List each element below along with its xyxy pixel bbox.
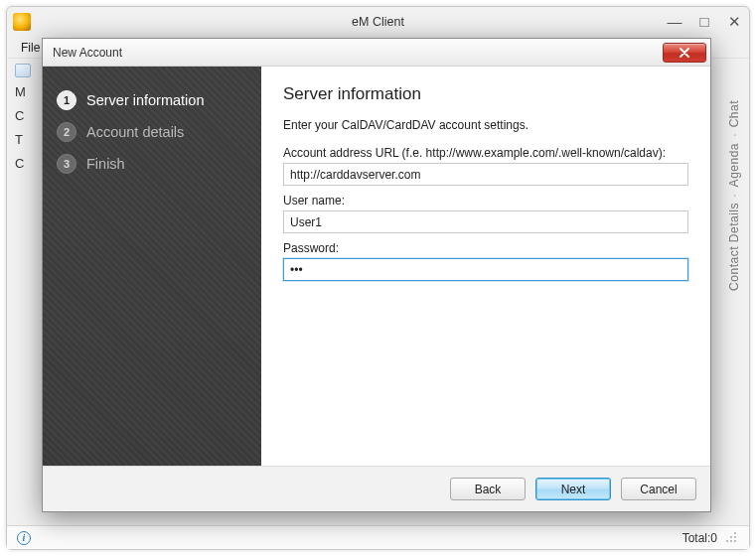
- info-icon[interactable]: i: [17, 531, 31, 545]
- minimize-button[interactable]: —: [666, 13, 683, 31]
- password-label: Password:: [283, 241, 688, 255]
- wizard-step-finish[interactable]: 3 Finish: [57, 148, 247, 180]
- main-titlebar[interactable]: eM Client — □ ✕: [7, 7, 749, 37]
- page-heading: Server information: [283, 84, 688, 104]
- wizard-step-number: 2: [57, 122, 76, 142]
- right-tab-agenda[interactable]: Agenda: [727, 139, 741, 191]
- wizard-step-label: Account details: [86, 124, 184, 140]
- account-url-input[interactable]: [283, 163, 688, 186]
- status-total-label: Total:: [682, 531, 711, 545]
- maximize-button[interactable]: □: [695, 13, 713, 31]
- wizard-step-label: Server information: [86, 92, 204, 108]
- username-label: User name:: [283, 194, 688, 208]
- side-letter: C: [15, 108, 33, 132]
- back-button[interactable]: Back: [450, 478, 526, 500]
- dialog-button-bar: Back Next Cancel: [43, 466, 710, 511]
- side-letter: C: [15, 156, 33, 180]
- wizard-steps-nav: 1 Server information 2 Account details 3…: [43, 67, 261, 466]
- wizard-step-number: 3: [57, 154, 76, 174]
- new-account-dialog: New Account 1 Server information 2 Accou…: [42, 38, 711, 512]
- close-button[interactable]: ✕: [725, 13, 743, 31]
- close-icon: [680, 48, 689, 58]
- password-input[interactable]: [283, 258, 688, 281]
- wizard-step-label: Finish: [86, 156, 125, 172]
- wizard-step-server-info[interactable]: 1 Server information: [57, 84, 247, 116]
- side-letter: T: [15, 132, 33, 156]
- page-instruction: Enter your CalDAV/CardDAV account settin…: [283, 118, 688, 132]
- dialog-titlebar[interactable]: New Account: [43, 39, 710, 67]
- next-button[interactable]: Next: [535, 478, 611, 500]
- dialog-close-button[interactable]: [663, 43, 706, 63]
- wizard-page-server-info: Server information Enter your CalDAV/Car…: [261, 67, 710, 466]
- app-title: eM Client: [7, 15, 749, 29]
- status-bar: i Total: 0: [7, 525, 749, 549]
- toolbar-new-icon[interactable]: [15, 64, 31, 77]
- wizard-step-account-details[interactable]: 2 Account details: [57, 116, 247, 148]
- cancel-button[interactable]: Cancel: [621, 478, 696, 500]
- app-icon: [13, 13, 31, 31]
- side-letter: M: [15, 84, 33, 108]
- username-input[interactable]: [283, 210, 688, 233]
- resize-grip[interactable]: [725, 531, 739, 545]
- right-sidepanel: Chat · Agenda · Contact Details: [721, 96, 747, 295]
- status-total-value: 0: [710, 531, 717, 545]
- right-tab-contact-details[interactable]: Contact Details: [727, 199, 741, 295]
- left-sidepanel: M C T C: [15, 84, 33, 180]
- dialog-title: New Account: [53, 46, 663, 60]
- wizard-step-number: 1: [57, 90, 76, 110]
- right-tab-chat[interactable]: Chat: [727, 96, 741, 131]
- url-label: Account address URL (f.e. http://www.exa…: [283, 146, 688, 160]
